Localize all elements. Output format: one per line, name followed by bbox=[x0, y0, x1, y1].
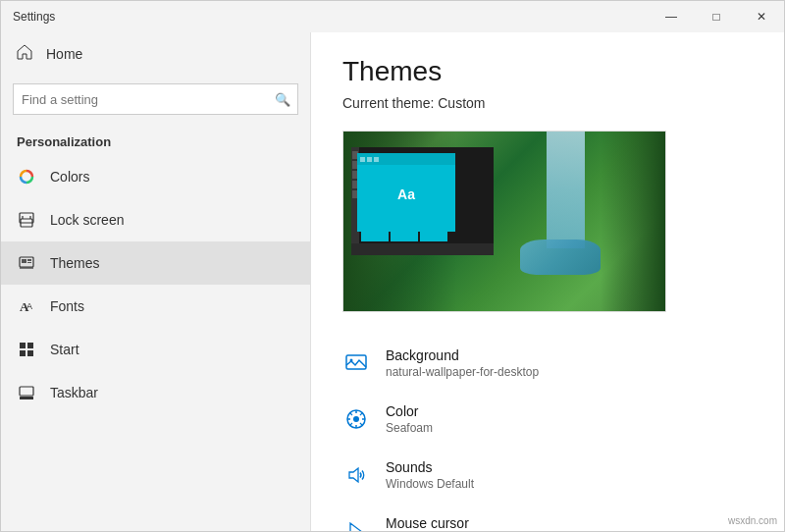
waterfall bbox=[547, 132, 585, 248]
search-icon: 🔍 bbox=[275, 92, 290, 107]
search-input[interactable] bbox=[13, 83, 298, 115]
dot-1 bbox=[360, 157, 365, 162]
maximize-button[interactable]: □ bbox=[694, 1, 739, 32]
svg-rect-17 bbox=[20, 397, 33, 399]
svg-marker-22 bbox=[349, 468, 358, 482]
color-text: Color Seafoam bbox=[386, 403, 433, 435]
sidebar-item-taskbar[interactable]: Taskbar bbox=[1, 371, 310, 414]
sidebar-colors-label: Colors bbox=[50, 169, 89, 185]
sidebar-themes-label: Themes bbox=[50, 255, 100, 271]
sidebar: Home 🔍 Personalization bbox=[1, 32, 311, 531]
window-title: Settings bbox=[13, 10, 55, 24]
sidebar-item-home[interactable]: Home bbox=[1, 32, 310, 76]
page-title: Themes bbox=[342, 56, 753, 87]
content-area: Home 🔍 Personalization bbox=[1, 32, 784, 531]
taskbar-icon bbox=[17, 385, 36, 400]
watermark: wsxdn.com bbox=[728, 515, 777, 526]
lock-screen-icon bbox=[17, 212, 36, 228]
settings-item-sounds[interactable]: Sounds Windows Default bbox=[342, 448, 753, 504]
color-subtitle: Seafoam bbox=[386, 421, 433, 435]
sidebar-start-label: Start bbox=[50, 342, 79, 357]
sounds-text: Sounds Windows Default bbox=[386, 459, 474, 491]
svg-rect-2 bbox=[20, 213, 33, 223]
mouse-cursor-text: Mouse cursor Windows Default bbox=[386, 515, 474, 531]
aa-text: Aa bbox=[397, 186, 415, 202]
settings-list: Background natural-wallpaper-for-desktop bbox=[342, 336, 753, 531]
tile-2 bbox=[391, 220, 418, 241]
search-box: 🔍 bbox=[13, 83, 298, 115]
svg-text:A: A bbox=[26, 301, 32, 311]
svg-marker-23 bbox=[350, 523, 362, 531]
close-button[interactable]: ✕ bbox=[739, 1, 784, 32]
foliage-right bbox=[601, 132, 665, 311]
dot-3 bbox=[374, 157, 379, 162]
svg-rect-14 bbox=[20, 350, 26, 356]
sidebar-fonts-label: Fonts bbox=[50, 298, 84, 314]
settings-item-background[interactable]: Background natural-wallpaper-for-desktop bbox=[342, 336, 753, 392]
settings-window: Settings — □ ✕ Home 🔍 bbox=[0, 0, 785, 532]
titlebar: Settings — □ ✕ bbox=[1, 1, 784, 32]
svg-rect-12 bbox=[20, 343, 26, 348]
tile-1 bbox=[361, 220, 389, 241]
background-subtitle: natural-wallpaper-for-desktop bbox=[386, 365, 539, 379]
preview-background: Aa bbox=[343, 132, 665, 311]
tile-3 bbox=[420, 220, 447, 241]
home-icon bbox=[17, 44, 32, 64]
svg-rect-6 bbox=[22, 259, 26, 263]
colors-icon bbox=[17, 169, 36, 185]
sidebar-section-title: Personalization bbox=[1, 123, 310, 155]
bottom-tiles bbox=[361, 220, 447, 241]
background-title: Background bbox=[386, 347, 539, 363]
cyan-titlebar bbox=[357, 153, 455, 165]
svg-rect-8 bbox=[27, 262, 31, 263]
start-icon bbox=[17, 342, 36, 357]
color-title: Color bbox=[386, 403, 433, 419]
fonts-icon: A A bbox=[17, 298, 36, 314]
home-label: Home bbox=[46, 46, 82, 62]
dot-2 bbox=[367, 157, 372, 162]
svg-point-19 bbox=[350, 359, 353, 362]
settings-item-color[interactable]: Color Seafoam bbox=[342, 392, 753, 448]
theme-preview: Aa bbox=[342, 131, 666, 312]
mouse-cursor-title: Mouse cursor bbox=[386, 515, 474, 531]
svg-rect-7 bbox=[27, 259, 31, 261]
sidebar-item-colors[interactable]: Colors bbox=[1, 155, 310, 198]
sidebar-taskbar-label: Taskbar bbox=[50, 385, 98, 400]
main-content: Themes Current theme: Custom bbox=[311, 32, 784, 531]
sounds-subtitle: Windows Default bbox=[386, 477, 474, 491]
svg-rect-15 bbox=[27, 350, 33, 356]
svg-rect-13 bbox=[27, 343, 33, 348]
sidebar-item-start[interactable]: Start bbox=[1, 328, 310, 371]
color-icon bbox=[342, 405, 370, 433]
cursor-icon bbox=[342, 517, 370, 531]
minimize-button[interactable]: — bbox=[649, 1, 694, 32]
background-text: Background natural-wallpaper-for-desktop bbox=[386, 347, 539, 379]
sidebar-lock-screen-label: Lock screen bbox=[50, 212, 124, 228]
sidebar-item-themes[interactable]: Themes bbox=[1, 241, 310, 285]
svg-point-21 bbox=[353, 416, 359, 422]
taskbar-preview bbox=[351, 243, 494, 255]
sidebar-item-lock-screen[interactable]: Lock screen bbox=[1, 198, 310, 241]
water-pool bbox=[520, 239, 601, 276]
background-icon bbox=[342, 349, 370, 377]
themes-icon bbox=[17, 255, 36, 271]
sounds-title: Sounds bbox=[386, 459, 474, 475]
sidebar-item-fonts[interactable]: A A Fonts bbox=[1, 285, 310, 328]
settings-item-mouse-cursor[interactable]: Mouse cursor Windows Default bbox=[342, 504, 753, 531]
svg-rect-16 bbox=[20, 387, 33, 396]
current-theme-label: Current theme: Custom bbox=[342, 95, 753, 111]
desktop-preview-overlay: Aa bbox=[351, 147, 494, 255]
sounds-icon bbox=[342, 461, 370, 489]
window-controls: — □ ✕ bbox=[649, 1, 784, 32]
